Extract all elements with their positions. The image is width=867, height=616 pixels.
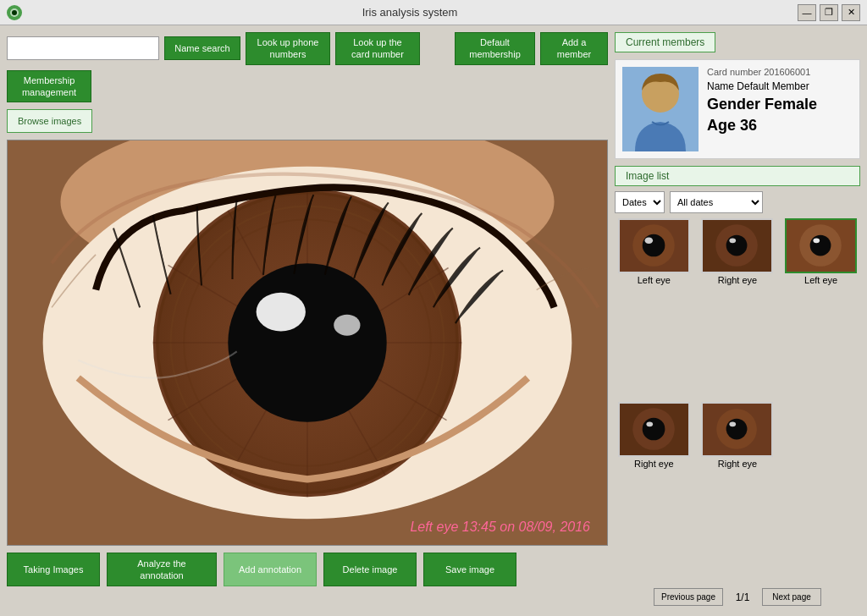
thumbnail-label: Right eye — [718, 459, 757, 469]
browse-images-button[interactable]: Browse images — [7, 109, 92, 133]
default-membership-button[interactable]: Default membership — [455, 32, 535, 65]
thumbnail-image — [701, 218, 773, 273]
delete-image-button[interactable]: Delete image — [323, 553, 417, 586]
thumbnail-image — [701, 402, 773, 457]
add-annotation-button[interactable]: Add annotation — [224, 553, 317, 586]
thumbnail-item[interactable]: Left eye — [615, 218, 693, 397]
svg-point-42 — [646, 421, 653, 426]
svg-point-24 — [334, 315, 360, 336]
app-icon — [7, 5, 22, 20]
svg-point-30 — [644, 237, 653, 244]
left-panel: Name search Look up phone numbers Look u… — [7, 32, 608, 609]
image-list-section: Image list Dates All dates — [615, 166, 860, 609]
eye-image — [8, 140, 607, 545]
svg-point-23 — [257, 293, 306, 332]
image-label: Left eye 13:45 on 08/09, 2016 — [410, 520, 590, 535]
thumbnail-image-selected — [785, 218, 857, 273]
title-bar: Iris analysis system — ❐ ✕ — [0, 0, 867, 25]
toolbar: Name search Look up phone numbers Look u… — [7, 32, 608, 102]
card-number: Card number 201606001 — [707, 67, 853, 77]
thumbnail-image — [618, 402, 690, 457]
thumbnails-grid: Left eye Right eye — [615, 218, 860, 580]
thumbnail-item-selected[interactable]: Left eye — [781, 218, 860, 397]
page-info: 1/1 — [730, 591, 755, 603]
current-members-label: Current members — [615, 32, 715, 52]
window-controls: — ❐ ✕ — [798, 4, 860, 21]
thumbnail-item[interactable]: Right eye — [615, 402, 693, 580]
browse-row: Browse images — [7, 109, 608, 133]
search-input[interactable] — [7, 36, 159, 60]
member-card: Card number 201606001 Name Default Membe… — [615, 59, 860, 159]
all-dates-select[interactable]: All dates — [670, 191, 763, 213]
add-member-button[interactable]: Add a member — [540, 32, 608, 65]
thumbnail-item[interactable]: Right eye — [699, 218, 777, 397]
restore-button[interactable]: ❐ — [820, 4, 838, 21]
previous-page-button[interactable]: Previous page — [654, 588, 723, 606]
svg-point-1 — [12, 10, 17, 15]
lookup-phone-button[interactable]: Look up phone numbers — [246, 32, 330, 65]
svg-point-34 — [730, 238, 737, 243]
date-filters: Dates All dates — [615, 191, 860, 213]
thumbnail-label: Left eye — [638, 275, 671, 285]
svg-point-38 — [814, 238, 820, 243]
dates-select[interactable]: Dates — [615, 191, 665, 213]
thumbnail-label: Right eye — [634, 459, 673, 469]
thumbnail-label: Right eye — [718, 275, 757, 285]
svg-point-33 — [726, 235, 748, 256]
svg-point-29 — [643, 234, 665, 257]
pagination: Previous page 1/1 Next page — [615, 585, 860, 609]
svg-point-46 — [730, 421, 737, 426]
current-members-section: Current members — [615, 32, 860, 52]
next-page-button[interactable]: Next page — [762, 588, 821, 606]
svg-point-41 — [643, 417, 665, 440]
close-button[interactable]: ✕ — [842, 4, 860, 21]
thumbnail-image — [618, 218, 690, 273]
member-name: Name Default Member — [707, 80, 853, 92]
thumbnail-item[interactable]: Right eye — [699, 402, 777, 580]
main-image-container: Left eye 13:45 on 08/09, 2016 — [7, 140, 608, 546]
right-panel: Current members Card number 2 — [615, 32, 860, 609]
analyze-annotation-button[interactable]: Analyze the annotation — [107, 553, 217, 586]
save-image-button[interactable]: Save image — [423, 553, 516, 586]
member-info: Card number 201606001 Name Default Membe… — [707, 67, 853, 151]
bottom-toolbar: Taking Images Analyze the annotation Add… — [7, 553, 608, 586]
lookup-card-button[interactable]: Look up the card number — [335, 32, 420, 65]
svg-point-22 — [228, 263, 386, 421]
minimize-button[interactable]: — — [798, 4, 816, 21]
membership-management-button[interactable]: Membership management — [7, 70, 91, 103]
taking-images-button[interactable]: Taking Images — [7, 553, 100, 586]
svg-point-37 — [810, 235, 831, 256]
svg-point-45 — [726, 418, 748, 439]
main-content: Name search Look up phone numbers Look u… — [0, 25, 867, 616]
member-gender: Gender Female — [707, 96, 853, 113]
image-list-label: Image list — [615, 166, 860, 186]
thumbnail-label: Left eye — [804, 275, 837, 285]
member-age: Age 36 — [707, 117, 853, 135]
avatar — [622, 67, 699, 151]
name-search-button[interactable]: Name search — [164, 36, 240, 60]
window-title: Iris analysis system — [22, 6, 798, 19]
